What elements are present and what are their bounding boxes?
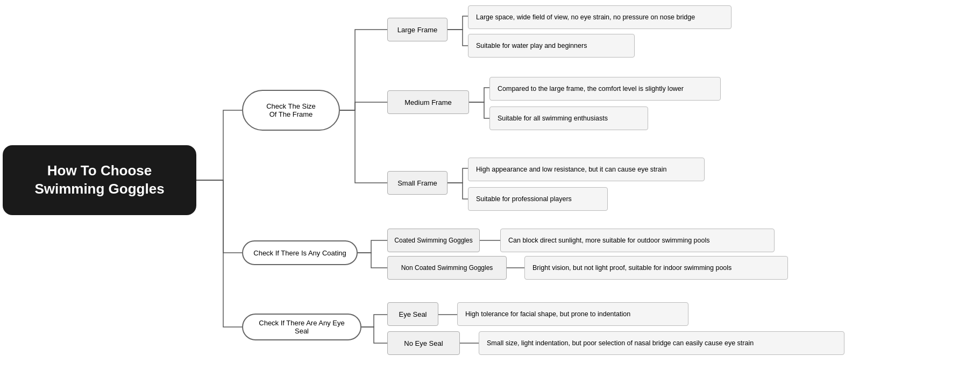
rect-large-frame: Large Frame: [387, 18, 448, 41]
leaf-medium-frame-2: Suitable for all swimming enthusiasts: [489, 106, 648, 130]
leaf-medium-frame-1: Compared to the large frame, the comfort…: [489, 77, 721, 101]
root-node: How To Choose Swimming Goggles: [3, 145, 196, 215]
mind-map-diagram: How To Choose Swimming Goggles Check The…: [0, 0, 980, 370]
leaf-large-frame-1: Large space, wide field of view, no eye …: [468, 5, 732, 29]
leaf-large-frame-2: Suitable for water play and beginners: [468, 34, 635, 58]
rect-non-coated: Non Coated Swimming Goggles: [387, 256, 507, 280]
oval-coating: Check If There Is Any Coating: [242, 240, 358, 265]
rect-small-frame: Small Frame: [387, 171, 448, 195]
rect-medium-frame: Medium Frame: [387, 90, 469, 114]
leaf-non-coated-1: Bright vision, but not light proof, suit…: [524, 256, 788, 280]
rect-no-eye-seal: No Eye Seal: [387, 331, 460, 355]
leaf-coated-1: Can block direct sunlight, more suitable…: [500, 229, 775, 252]
leaf-small-frame-2: Suitable for professional players: [468, 187, 608, 211]
oval-eye-seal: Check If There Are Any Eye Seal: [242, 314, 361, 340]
oval-frame: Check The Size Of The Frame: [242, 90, 340, 131]
rect-coated: Coated Swimming Goggles: [387, 229, 480, 252]
leaf-eye-seal-1: High tolerance for facial shape, but pro…: [457, 302, 688, 326]
leaf-no-eye-seal-1: Small size, light indentation, but poor …: [479, 331, 844, 355]
rect-eye-seal: Eye Seal: [387, 302, 438, 326]
leaf-small-frame-1: High appearance and low resistance, but …: [468, 158, 705, 181]
